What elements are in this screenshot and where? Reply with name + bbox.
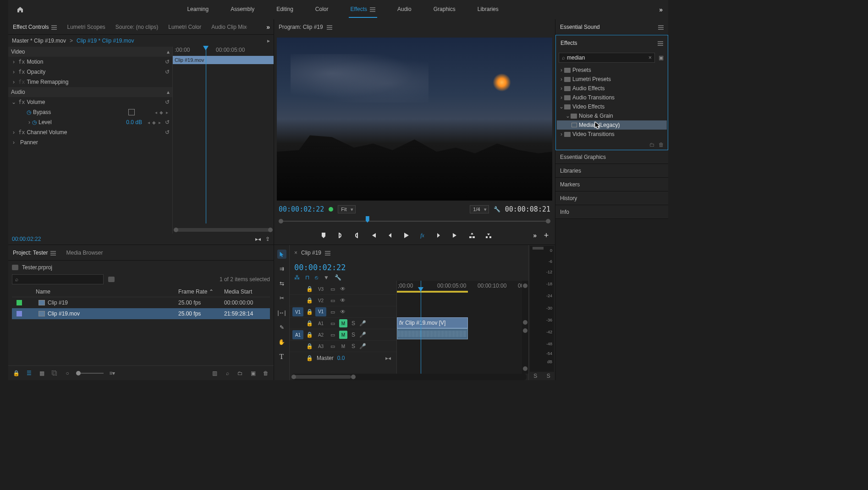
play-icon[interactable]: ▸ [267, 38, 270, 44]
ec-clip-bar[interactable]: Clip #19.mov [173, 56, 274, 64]
track-header-a1[interactable]: 🔒A1▭MS🎤 [290, 318, 396, 329]
playback-resolution-dropdown[interactable]: 1/4 [470, 205, 489, 213]
stopwatch-icon[interactable]: ◷ [32, 119, 37, 125]
button-editor-plus-icon[interactable]: + [542, 231, 550, 240]
master-level[interactable]: 0.0 [337, 355, 345, 361]
source-patch-v1[interactable]: V1 [292, 307, 303, 316]
info-panel-header[interactable]: Info [555, 205, 668, 219]
fx-toggle-button[interactable]: fx [418, 231, 427, 240]
mute-button[interactable]: M [339, 331, 347, 339]
twirl-icon[interactable]: › [11, 79, 16, 85]
hamburger-icon[interactable] [658, 25, 664, 29]
tree-folder-video-transitions[interactable]: ›Video Transitions [557, 130, 667, 139]
voice-over-icon[interactable]: 🎤 [359, 343, 366, 349]
sync-lock-icon[interactable]: ▭ [329, 298, 336, 304]
fx-icon[interactable]: fx [18, 69, 25, 75]
prev-keyframe-icon[interactable]: ◂ [146, 120, 151, 125]
reset-icon[interactable]: ↺ [165, 59, 170, 65]
program-current-time[interactable]: 00:00:02:22 [279, 205, 324, 213]
track-select-tool[interactable]: ⇉ [277, 264, 286, 273]
hamburger-icon[interactable] [658, 41, 663, 45]
add-marker-icon[interactable]: ▼ [324, 274, 329, 281]
new-bin-folder-icon[interactable]: 🗀 [649, 142, 655, 148]
level-value[interactable]: 0.0 dB [126, 119, 142, 125]
tree-folder-video-effects[interactable]: ⌄Video Effects [557, 102, 667, 111]
add-marker-button[interactable] [319, 231, 328, 240]
effects-search-field[interactable] [567, 54, 648, 61]
thumbnail-size-slider[interactable] [76, 373, 104, 374]
ec-current-time[interactable]: 00:00:02:22 [12, 236, 41, 242]
time-remapping-label[interactable]: Time Remapping [27, 79, 170, 85]
workspace-tab-learning[interactable]: Learning [185, 1, 210, 18]
eye-icon[interactable]: 👁 [339, 309, 346, 315]
sort-icon[interactable]: ≡▾ [108, 370, 116, 376]
slip-tool[interactable]: |↔| [277, 308, 286, 317]
volume-label[interactable]: Volume [27, 99, 165, 105]
workspace-tab-assembly[interactable]: Assembly [229, 1, 256, 18]
track-header-a3[interactable]: 🔒A3▭MS🎤 [290, 341, 396, 352]
tab-effect-controls[interactable]: Effect Controls [12, 22, 58, 32]
timeline-horizontal-scrollbar[interactable] [291, 374, 527, 380]
type-tool[interactable]: T [277, 352, 286, 361]
track-header-a2[interactable]: A1🔒A2▭MS🎤 [290, 329, 396, 341]
icon-view-icon[interactable]: ▦ [38, 370, 46, 376]
sync-lock-icon[interactable]: ▭ [329, 321, 336, 327]
hand-tool[interactable]: ✋ [277, 338, 286, 347]
sync-lock-icon[interactable]: ▭ [329, 309, 336, 315]
solo-right[interactable]: S [547, 373, 550, 380]
reset-icon[interactable]: ↺ [165, 99, 170, 105]
timeline-timecode[interactable]: 00:00:02:22 [294, 263, 346, 272]
twirl-icon[interactable]: › [11, 129, 16, 136]
twirl-icon[interactable]: › [11, 59, 16, 65]
lock-icon[interactable]: 🔒 [306, 355, 313, 361]
fx-icon[interactable]: fx [18, 59, 25, 65]
tab-lumetri-color[interactable]: Lumetri Color [167, 22, 202, 32]
video-clip[interactable]: fxClip #19.mov [V] [397, 317, 468, 328]
fx-icon[interactable]: fx [18, 129, 25, 136]
overflow-chevron-icon[interactable]: » [533, 232, 537, 239]
workspace-tab-color[interactable]: Color [313, 1, 330, 18]
list-view-icon[interactable]: ☰ [25, 370, 33, 376]
timeline-tracks-area[interactable]: ;00:00 00:00:05:00 00:00:10:00 00:00:15:… [397, 281, 522, 374]
tab-source[interactable]: Source: (no clips) [115, 22, 159, 32]
track-name[interactable]: A1 [315, 321, 326, 326]
voice-over-icon[interactable]: 🎤 [359, 320, 366, 327]
overflow-chevron-icon[interactable]: » [266, 23, 270, 31]
go-to-out-button[interactable] [451, 231, 460, 240]
hamburger-icon[interactable] [51, 25, 57, 29]
workspace-tab-graphics[interactable]: Graphics [432, 1, 457, 18]
effect-controls-timeline[interactable]: :00:00 00:00:05:00 Clip #19.mov [172, 47, 274, 234]
track-header-v1[interactable]: V1🔒V1▭👁 [290, 306, 396, 318]
effects-panel-title[interactable]: Effects [560, 40, 577, 46]
track-name[interactable]: V2 [315, 298, 326, 303]
track-name[interactable]: A3 [315, 344, 326, 349]
audio-clip[interactable] [397, 328, 468, 339]
pair-icon[interactable]: ▸◂ [385, 355, 391, 361]
lock-icon[interactable]: 🔒 [306, 332, 313, 338]
lock-icon[interactable]: 🔒 [306, 286, 313, 292]
tree-folder-noise-grain[interactable]: ⌄Noise & Grain [557, 111, 667, 120]
tree-folder-audio-transitions[interactable]: ›Audio Transitions [557, 93, 667, 102]
eye-icon[interactable]: 👁 [339, 297, 346, 304]
timeline-vertical-scrollbar[interactable] [522, 281, 528, 374]
markers-panel-header[interactable]: Markers [555, 178, 668, 191]
pen-tool[interactable]: ✎ [277, 323, 286, 332]
label-swatch[interactable] [16, 311, 22, 316]
program-video-display[interactable] [277, 38, 552, 201]
source-patch-a1[interactable]: A1 [292, 330, 303, 339]
work-area-bar[interactable] [397, 291, 468, 293]
tab-audio-clip-mixer[interactable]: Audio Clip Mixer [210, 22, 247, 32]
solo-button[interactable]: S [350, 343, 357, 349]
program-scrubber[interactable] [279, 216, 550, 225]
motion-label[interactable]: Motion [27, 59, 165, 65]
label-swatch[interactable] [16, 300, 22, 305]
add-keyframe-icon[interactable]: ◆ [151, 120, 157, 125]
mute-button[interactable]: M [339, 319, 347, 327]
libraries-panel-header[interactable]: Libraries [555, 164, 668, 178]
track-header-v3[interactable]: 🔒V3▭👁 [290, 283, 396, 295]
workspace-tab-effects[interactable]: Effects [349, 1, 377, 18]
settings-wrench-icon[interactable]: 🔧 [494, 206, 500, 212]
track-name[interactable]: V1 [315, 307, 326, 316]
tab-media-browser[interactable]: Media Browser [65, 248, 104, 258]
sequence-name[interactable]: Clip #19 [301, 250, 321, 256]
